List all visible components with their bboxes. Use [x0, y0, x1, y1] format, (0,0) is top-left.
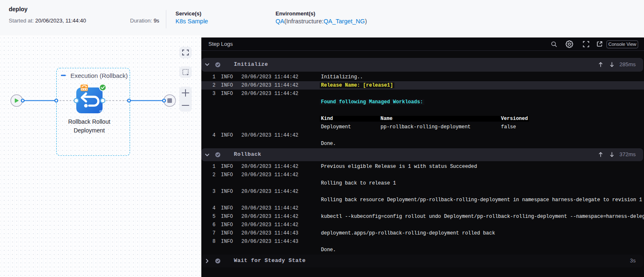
svg-text:</>: </> — [99, 109, 104, 113]
